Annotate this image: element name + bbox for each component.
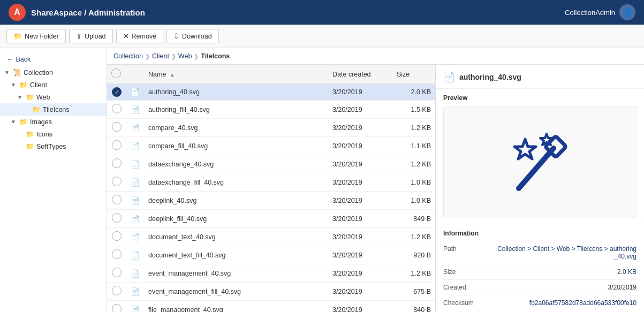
row-checkbox[interactable] [112, 304, 122, 312]
row-date: 3/20/2019 [328, 246, 392, 264]
row-checkbox[interactable] [112, 140, 122, 150]
row-icon-cell: 📄 [126, 246, 144, 264]
sidebar-item-images[interactable]: ▼ 📁 Images [0, 116, 107, 128]
detail-file-icon: 📄 [443, 71, 455, 83]
row-checkbox-cell [107, 192, 126, 210]
breadcrumb-collection[interactable]: Collection [113, 52, 143, 60]
table-row[interactable]: 📄 event_management_40.svg 3/20/2019 1.2 … [107, 264, 435, 283]
download-button[interactable]: ⇩ Download [166, 29, 219, 43]
info-value-checksum: fb2a06af57582d78add66a533f00fe10 [529, 299, 637, 307]
back-button[interactable]: ← Back [0, 52, 107, 66]
svg-marker-3 [540, 134, 553, 145]
main-layout: ← Back ▼ 📜 Collection ▼ 📁 Client ▼ 📁 Web… [0, 48, 644, 312]
upload-icon: ⇧ [76, 32, 82, 40]
sidebar-item-label: Collection [24, 69, 53, 77]
folder-icon: 📁 [26, 93, 34, 101]
file-type-icon: 📄 [131, 160, 140, 169]
row-checkbox[interactable] [112, 231, 122, 241]
download-label: Download [182, 33, 212, 40]
table-row[interactable]: 📄 compare_fill_40.svg 3/20/2019 1.1 KB [107, 137, 435, 155]
row-icon-cell: 📄 [126, 283, 144, 301]
sidebar-item-label: Images [30, 118, 52, 126]
table-row[interactable]: 📄 document_text_40.svg 3/20/2019 1.2 KB [107, 228, 435, 246]
sidebar-item-client[interactable]: ▼ 📁 Client [0, 79, 107, 91]
sidebar-item-softtypes[interactable]: ▶ 📁 SoftTypes [0, 140, 107, 153]
row-size: 1.0 KB [392, 192, 435, 210]
row-checkbox-cell [107, 228, 126, 246]
row-checkbox[interactable] [112, 268, 122, 277]
upload-button[interactable]: ⇧ Upload [69, 29, 113, 43]
header-right: CollectionAdmin 👤 [565, 4, 635, 20]
col-size[interactable]: Size [392, 65, 435, 84]
table-row[interactable]: ✓ 📄 authoring_40.svg 3/20/2019 2.0 KB [107, 84, 435, 101]
row-size: 840 B [392, 301, 435, 313]
table-row[interactable]: 📄 document_text_fill_40.svg 3/20/2019 92… [107, 246, 435, 264]
sidebar-item-tileicons[interactable]: ▶ 📁 TileIcons [0, 103, 107, 116]
file-type-icon: 📄 [131, 233, 140, 241]
info-label: Information [443, 230, 637, 237]
row-icon-cell: 📄 [126, 101, 144, 119]
remove-button[interactable]: ✕ Remove [116, 29, 164, 43]
row-date: 3/20/2019 [328, 101, 392, 119]
table-row[interactable]: 📄 dataexchange_40.svg 3/20/2019 1.2 KB [107, 155, 435, 173]
breadcrumb-web[interactable]: Web [178, 52, 192, 60]
row-date: 3/20/2019 [328, 228, 392, 246]
row-checkbox[interactable] [112, 249, 122, 259]
file-type-icon: 📄 [131, 105, 140, 114]
table-row[interactable]: 📄 deeplink_40.svg 3/20/2019 1.0 KB [107, 192, 435, 210]
row-checkbox[interactable]: ✓ [112, 87, 122, 97]
info-key-created: Created [443, 284, 466, 291]
sidebar-item-label: Web [36, 94, 50, 101]
sidebar-item-web[interactable]: ▼ 📁 Web [0, 91, 107, 103]
row-name: dataexchange_40.svg [144, 155, 328, 173]
sort-icon: ▲ [170, 72, 175, 78]
file-type-icon: 📄 [131, 269, 140, 278]
sidebar: ← Back ▼ 📜 Collection ▼ 📁 Client ▼ 📁 Web… [0, 48, 107, 312]
new-folder-button[interactable]: 📁 New Folder [6, 29, 66, 43]
sidebar-item-label: Icons [36, 131, 52, 138]
sidebar-item-label: Client [30, 81, 47, 89]
remove-label: Remove [132, 33, 157, 40]
row-icon-cell: 📄 [126, 119, 144, 137]
row-date: 3/20/2019 [328, 173, 392, 192]
row-icon-cell: 📄 [126, 84, 144, 101]
breadcrumb-sep-2: ❯ [171, 53, 176, 60]
row-checkbox[interactable] [112, 104, 122, 113]
table-row[interactable]: 📄 compare_40.svg 3/20/2019 1.2 KB [107, 119, 435, 137]
app-header: A ShareAspace / Administration Collectio… [0, 0, 644, 25]
row-checkbox-cell [107, 137, 126, 155]
row-size: 1.2 KB [392, 264, 435, 283]
row-checkbox[interactable] [112, 213, 122, 223]
row-checkbox[interactable] [112, 286, 122, 295]
row-name: dataexchange_fill_40.svg [144, 173, 328, 192]
row-checkbox-cell: ✓ [107, 84, 126, 101]
row-checkbox-cell [107, 155, 126, 173]
breadcrumb-client[interactable]: Client [152, 52, 169, 60]
row-name: event_management_40.svg [144, 264, 328, 283]
header-title: ShareAspace / Administration [31, 8, 145, 17]
row-checkbox[interactable] [112, 177, 122, 186]
table-row[interactable]: 📄 dataexchange_fill_40.svg 3/20/2019 1.0… [107, 173, 435, 192]
table-row[interactable]: 📄 file_management_40.svg 3/20/2019 840 B [107, 301, 435, 313]
info-key-size: Size [443, 268, 456, 276]
col-date[interactable]: Date created [328, 65, 392, 84]
admin-name-label: CollectionAdmin [565, 9, 615, 17]
sidebar-item-collection[interactable]: ▼ 📜 Collection [0, 66, 107, 79]
row-date: 3/20/2019 [328, 119, 392, 137]
table-row[interactable]: 📄 authoring_fill_40.svg 3/20/2019 1.5 KB [107, 101, 435, 119]
table-row[interactable]: 📄 event_management_fill_40.svg 3/20/2019… [107, 283, 435, 301]
toolbar: 📁 New Folder ⇧ Upload ✕ Remove ⇩ Downloa… [0, 25, 644, 48]
row-name: authoring_40.svg [144, 84, 328, 101]
col-name[interactable]: Name ▲ [144, 65, 328, 84]
user-avatar[interactable]: 👤 [619, 4, 635, 20]
row-date: 3/20/2019 [328, 264, 392, 283]
table-row[interactable]: 📄 deeplink_fill_40.svg 3/20/2019 849 B [107, 210, 435, 228]
row-checkbox[interactable] [112, 158, 122, 168]
row-checkbox[interactable] [112, 195, 122, 204]
row-checkbox[interactable] [112, 122, 122, 132]
sidebar-item-icons[interactable]: ▶ 📁 Icons [0, 128, 107, 140]
row-icon-cell: 📄 [126, 137, 144, 155]
select-all-checkbox[interactable] [111, 69, 121, 78]
row-date: 3/20/2019 [328, 155, 392, 173]
row-size: 1.0 KB [392, 173, 435, 192]
